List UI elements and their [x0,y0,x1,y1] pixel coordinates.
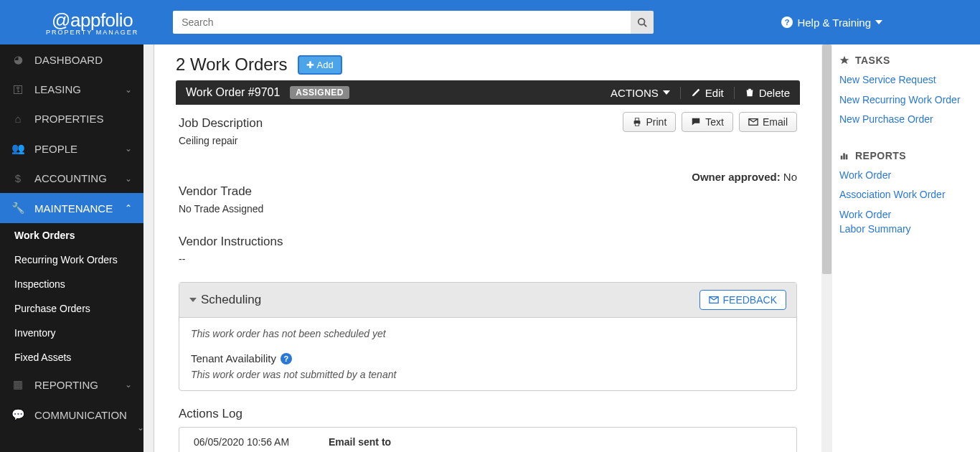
help-label: Help & Training [797,17,871,29]
search-input[interactable] [173,11,631,34]
svg-rect-5 [635,118,639,121]
actions-log: 06/05/2020 10:56 AM Email sent to 06/04/… [179,427,797,452]
brand-tagline: PROPERTY MANAGER [46,29,138,36]
nav-leasing[interactable]: ⚿LEASING⌄ [0,75,143,104]
people-icon: 👥 [11,142,24,155]
email-button[interactable]: Email [739,112,797,132]
print-button[interactable]: Print [623,112,677,132]
scrollbar-gutter[interactable] [143,44,154,452]
feedback-button[interactable]: FEEDBACK [699,290,786,310]
right-panel: TASKS New Service Request New Recurring … [832,44,980,452]
nav-dashboard[interactable]: ◕DASHBOARD [0,44,143,75]
search-icon [637,17,647,27]
wrench-icon: 🔧 [11,202,24,215]
subnav-recurring-work-orders[interactable]: Recurring Work Orders [0,248,143,272]
nav-reporting[interactable]: ▦REPORTING⌄ [0,369,143,400]
nav-accounting[interactable]: $ACCOUNTING⌄ [0,164,143,193]
delete-button[interactable]: Delete [734,87,790,99]
collapse-icon[interactable] [189,298,197,302]
scheduling-label: Scheduling [201,293,261,307]
chat-icon: 💬 [11,408,24,421]
envelope-icon [748,117,758,127]
actions-log-label: Actions Log [179,407,797,421]
task-link[interactable]: New Service Request [839,73,973,88]
report-link[interactable]: Work Order Labor Summary [839,208,973,236]
svg-text:?: ? [785,18,790,27]
nav-maintenance[interactable]: 🔧MAINTENANCE⌃ [0,193,143,223]
svg-point-0 [639,19,645,25]
pencil-icon [691,88,701,98]
nav-communication[interactable]: 💬COMMUNICATION⌄ [0,400,143,430]
print-icon [632,117,642,127]
job-description-label: Job Description [179,116,608,131]
job-description-value: Ceiling repair [179,135,608,146]
log-timestamp: 06/05/2020 10:56 AM [194,436,316,448]
dashboard-icon: ◕ [11,53,24,66]
plus-icon: ✚ [306,60,314,70]
vendor-instructions-value: -- [179,253,797,265]
svg-rect-9 [841,156,843,159]
grid-icon: ▦ [11,378,24,391]
vendor-instructions-label: Vendor Instructions [179,235,797,249]
chevron-down-icon [875,20,882,24]
chevron-down-icon: ⌄ [125,85,132,95]
reports-heading: REPORTS [839,150,973,161]
subnav-inspections[interactable]: Inspections [0,272,143,296]
envelope-icon [709,295,719,305]
tenant-availability-message: This work order was not submitted by a t… [191,369,785,380]
star-icon [839,55,849,65]
trash-icon [745,88,755,98]
home-icon: ⌂ [11,113,24,125]
main-scrollbar[interactable] [821,44,832,452]
chevron-up-icon: ⌃ [125,203,132,213]
add-button[interactable]: ✚Add [298,55,342,75]
text-button[interactable]: Text [682,112,733,132]
sidebar: ◕DASHBOARD ⚿LEASING⌄ ⌂PROPERTIES 👥PEOPLE… [0,44,143,452]
key-icon: ⚿ [11,83,24,95]
chevron-down-icon: ⌄ [137,423,143,433]
main-content: 2 Work Orders ✚Add Work Order #9701 ASSI… [154,44,821,452]
help-icon[interactable]: ? [281,353,292,364]
nav-people[interactable]: 👥PEOPLE⌄ [0,133,143,164]
top-bar: @appfolio PROPERTY MANAGER ? Help & Trai… [0,0,980,44]
scheduling-card: Scheduling FEEDBACK This work order has … [179,282,797,391]
svg-line-1 [644,24,647,27]
chart-icon [839,151,849,161]
tenant-availability-label: Tenant Availability? [191,352,785,364]
chevron-down-icon: ⌄ [125,143,132,154]
subnav-purchase-orders[interactable]: Purchase Orders [0,296,143,321]
report-link[interactable]: Association Work Order [839,188,973,202]
log-message: Email sent to [329,436,391,448]
search-button[interactable] [631,11,654,34]
owner-approved: Owner approved: No [179,171,797,183]
task-link[interactable]: New Purchase Order [839,113,973,127]
svg-rect-10 [843,153,845,159]
svg-rect-11 [846,154,848,159]
help-training-link[interactable]: ? Help & Training [781,17,882,29]
page-title: 2 Work Orders [176,55,288,75]
chevron-down-icon [663,90,670,95]
brand-logo: @appfolio PROPERTY MANAGER [46,9,138,36]
edit-button[interactable]: Edit [680,87,724,99]
help-icon: ? [781,17,793,28]
log-entry: 06/05/2020 10:56 AM Email sent to [179,428,796,452]
search-wrap [173,11,654,34]
vendor-trade-label: Vendor Trade [179,184,797,199]
scheduling-message: This work order has not been scheduled y… [191,328,785,339]
task-link[interactable]: New Recurring Work Order [839,93,973,108]
tasks-heading: TASKS [839,55,973,66]
dollar-icon: $ [11,172,24,184]
status-badge: ASSIGNED [290,86,349,99]
subnav-work-orders[interactable]: Work Orders [0,223,143,248]
brand-name: appfolio [70,9,133,31]
vendor-trade-value: No Trade Assigned [179,203,797,215]
actions-dropdown[interactable]: ACTIONS [611,87,670,99]
work-order-header: Work Order #9701 ASSIGNED ACTIONS Edit D… [176,80,800,105]
work-order-title: Work Order #9701 [186,86,280,99]
subnav-inventory[interactable]: Inventory [0,321,143,345]
chevron-down-icon: ⌄ [125,380,132,390]
svg-rect-6 [635,123,639,126]
report-link[interactable]: Work Order [839,169,973,183]
nav-properties[interactable]: ⌂PROPERTIES [0,104,143,133]
subnav-fixed-assets[interactable]: Fixed Assets [0,345,143,369]
